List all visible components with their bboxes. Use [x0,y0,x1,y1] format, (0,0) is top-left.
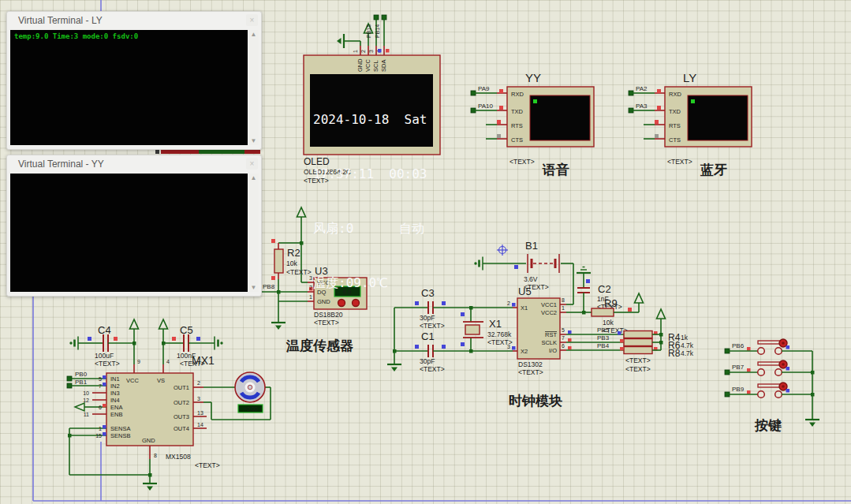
text-placeholder: <TEXT> [314,319,339,327]
net-terminal[interactable] [725,392,730,397]
component-value: 1k [681,334,689,342]
net-terminal[interactable] [382,15,386,20]
component-value: 32.768k [487,330,512,338]
component-ref: C4 [98,324,111,336]
module-label-temp: 温度传感器 [286,338,353,353]
pin-name: GND [142,437,155,444]
net-terminal[interactable] [67,383,72,388]
crystal-x1[interactable] [465,325,480,334]
resistor-r4[interactable] [624,331,652,338]
pin-name: RTS [669,122,681,129]
component-part: MX1508 [166,453,191,461]
component-part: DS18B20 [314,311,343,319]
module-label-keys: 按键 [754,418,782,433]
scroll-up-icon[interactable]: ▲ [248,31,259,38]
pin-name: I/O [549,347,557,354]
bt-screen [688,95,748,140]
scroll-up-icon[interactable]: ▲ [248,174,259,181]
pin-name: ENA [110,404,122,411]
key-pb9[interactable] [758,383,789,398]
net-label: PB5 [597,327,610,334]
terminal-screen[interactable] [10,174,248,292]
net-label: PB15 [366,24,371,38]
text-placeholder: <TEXT> [420,322,445,330]
scrollbar[interactable]: ▲ ▼ [248,30,259,145]
virtual-terminal-yy-window[interactable]: Virtual Terminal - YY × ▲ ▼ [6,155,262,297]
pin-number: 3 [197,396,200,401]
pin-name: TXD [511,108,524,115]
pin-number: 8 [562,297,565,303]
pin-name: GND [356,58,364,72]
net-label: PA2 [636,85,648,92]
resistor-r6[interactable] [624,339,652,346]
resistor-r9[interactable] [592,308,614,316]
component-ref: R8 [668,348,681,359]
oled-line-date: 2024-10-18 Sat [313,110,433,129]
close-icon[interactable]: × [246,14,258,26]
pin-name: SCLK [541,339,557,346]
motor-driver-module[interactable]: C4 100uF <TEXT> 9 4 C5 100nF <TEXT> MX1 … [67,319,271,491]
component-ref: LY [683,71,696,84]
pin-number: 1 [562,305,565,311]
net-label: PA10 [478,103,494,110]
net-terminal[interactable] [374,15,379,20]
pin-name: X1 [521,304,528,312]
net-label: PB0 [75,371,88,378]
terminal-output: temp:9.0 Time:3 mode:0 fsdv:0 [14,32,248,40]
module-label-clock: 时钟模块 [509,394,562,409]
pin-name: IN3 [110,390,120,397]
component-value: 10k [286,259,297,267]
key-pb6[interactable] [758,339,789,354]
pin-name: RXD [511,91,524,98]
voice-module[interactable]: YY PA9 PA10 RXD TXD RTS CTS <TEXT> 语音 [471,71,594,177]
component-value: 4.7k [681,342,694,349]
net-label: PA3 [636,103,648,110]
text-placeholder: <TEXT> [195,461,220,469]
component-ref: R9 [604,297,618,309]
pin-name: SENSB [110,432,130,439]
component-value: 30pF [420,357,435,365]
module-label-bluetooth: 蓝牙 [700,162,727,177]
key-pb7[interactable] [758,360,789,375]
pin-number: 3 [507,344,510,349]
net-label: PB9 [732,386,745,393]
pin-number: 15 [95,433,102,439]
pin-name: SDA [380,60,387,72]
net-terminal[interactable] [725,349,730,353]
bluetooth-module[interactable]: LY PA2 PA3 RXD TXD RTS CTS <TEXT> 蓝牙 [629,71,752,177]
scroll-down-icon[interactable]: ▼ [248,137,259,144]
net-terminal[interactable] [67,376,72,381]
pin-number: 9 [137,359,140,364]
terminal-screen[interactable]: temp:9.0 Time:3 mode:0 fsdv:0 [10,30,248,145]
proteus-canvas: FB12 FB18 PB15 PB14 1 2 3 4 GND VCC SCL … [0,0,851,504]
resistor-r2[interactable] [274,249,283,273]
close-icon[interactable]: × [246,158,258,170]
pin-number: 11 [84,412,89,417]
pin-name: VCC [126,377,139,384]
resistor-r8[interactable] [624,347,652,354]
text-placeholder: <TEXT> [95,360,120,368]
component-ref: R2 [287,247,300,259]
keys-module[interactable]: PB6 PB7 PB9 按键 [725,339,819,433]
clock-module[interactable]: C3 30pF <TEXT> C1 30pF <TEXT> X1 32.768k… [387,240,694,409]
motor-mx1[interactable] [235,372,265,402]
pin-number: 7 [562,335,565,341]
status-led [533,99,537,103]
pin-name: TXD [669,108,681,115]
net-label: PA9 [478,85,490,92]
pin-name: IN1 [110,375,120,383]
pin-number: 5 [562,327,565,333]
pin-number: 12 [83,398,89,403]
window-title: Virtual Terminal - LY [7,12,261,29]
virtual-terminal-ly-window[interactable]: Virtual Terminal - LY × temp:9.0 Time:3 … [6,11,262,150]
pin-number: 6 [562,343,565,349]
battery-b1[interactable] [528,254,559,273]
pin-name: CTS [511,136,523,144]
pin-name: VS [157,377,165,384]
scrollbar[interactable]: ▲ ▼ [248,174,259,292]
pin-number: 7 [99,383,102,389]
status-led [691,99,695,103]
component-value: 100uF [95,352,114,360]
net-terminal[interactable] [725,370,730,375]
scroll-down-icon[interactable]: ▼ [248,284,259,291]
